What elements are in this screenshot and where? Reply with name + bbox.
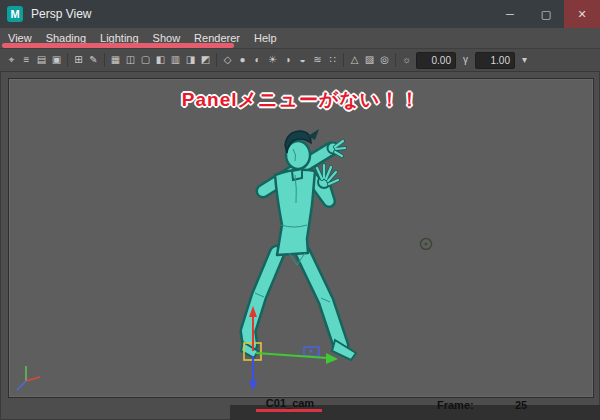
grid-icon[interactable]: ▦ <box>108 52 123 68</box>
maximize-button[interactable]: ▢ <box>528 0 564 28</box>
toolbar-separator <box>343 53 344 67</box>
ambient-occlusion-icon[interactable]: ◒ <box>295 52 310 68</box>
menu-help[interactable]: Help <box>254 32 277 44</box>
xray-icon[interactable]: ▨ <box>362 52 377 68</box>
image-plane-icon[interactable]: ▣ <box>49 52 64 68</box>
bookmark-icon[interactable]: ▤ <box>34 52 49 68</box>
maya-logo-icon: M <box>7 6 23 22</box>
locator-circle[interactable] <box>421 239 432 250</box>
gate-mask-icon[interactable]: ◧ <box>153 52 168 68</box>
grease-pencil-icon[interactable]: ✎ <box>86 52 101 68</box>
motion-blur-icon[interactable]: ≋ <box>310 52 325 68</box>
manip-right-arrow[interactable] <box>256 353 338 364</box>
gamma-icon[interactable]: γ <box>458 52 473 68</box>
shadows-icon[interactable]: ◑ <box>280 52 295 68</box>
perspective-viewport[interactable]: Panelメニューがない！！ <box>8 78 594 398</box>
gamma-field[interactable]: 1.00 <box>475 52 515 69</box>
wireframe-icon[interactable]: ◇ <box>220 52 235 68</box>
isolate-select-icon[interactable]: △ <box>347 52 362 68</box>
panel-toolbar: ⌖≡▤▣⊞✎▦◫▢◧▥◨◩◇●◐☀◑◒≋∷△▨◎☼0.00γ1.00▾ <box>0 48 600 72</box>
exposure-icon[interactable]: ☼ <box>399 52 414 68</box>
safe-action-icon[interactable]: ◨ <box>183 52 198 68</box>
title-bar: M Persp View ─ ▢ ✕ <box>0 0 600 29</box>
panel-menu-bar: View Shading Lighting Show Renderer Help <box>0 28 600 48</box>
toolbar-separator <box>395 53 396 67</box>
shaded-icon[interactable]: ● <box>235 52 250 68</box>
hud-frame-value: 25 <box>515 399 527 411</box>
annotation-camera-underline <box>256 409 322 412</box>
camera-c01-icon[interactable] <box>304 347 319 356</box>
film-gate-icon[interactable]: ◫ <box>123 52 138 68</box>
exposure-field[interactable]: 0.00 <box>416 52 456 69</box>
safe-title-icon[interactable]: ◩ <box>198 52 213 68</box>
field-chart-icon[interactable]: ▥ <box>168 52 183 68</box>
hud-camera-name: C01_cam <box>248 397 332 409</box>
close-button[interactable]: ✕ <box>564 0 600 28</box>
window-title: Persp View <box>31 7 91 21</box>
hud-frame-label: Frame: <box>437 399 474 411</box>
manip-down-arrow[interactable] <box>249 356 257 391</box>
select-camera-icon[interactable]: ⌖ <box>4 52 19 68</box>
toolbar-separator <box>216 53 217 67</box>
depth-of-field-icon[interactable]: ◎ <box>377 52 392 68</box>
annotation-text: Panelメニューがない！！ <box>9 87 593 113</box>
toolbar-separator <box>104 53 105 67</box>
resolution-gate-icon[interactable]: ▢ <box>138 52 153 68</box>
window-controls: ─ ▢ ✕ <box>492 0 600 28</box>
view-axis-icon <box>17 366 40 390</box>
character-model[interactable] <box>241 129 356 360</box>
lights-icon[interactable]: ☀ <box>265 52 280 68</box>
toolbar-separator <box>67 53 68 67</box>
antialiasing-icon[interactable]: ∷ <box>325 52 340 68</box>
minimize-button[interactable]: ─ <box>492 0 528 28</box>
persp-view-window: M Persp View ─ ▢ ✕ View Shading Lighting… <box>0 0 600 420</box>
2d-pan-zoom-icon[interactable]: ⊞ <box>71 52 86 68</box>
camera-attributes-icon[interactable]: ≡ <box>19 52 34 68</box>
view-transform-dropdown-icon[interactable]: ▾ <box>517 52 532 68</box>
viewport-scene <box>9 79 593 397</box>
textured-icon[interactable]: ◐ <box>250 52 265 68</box>
